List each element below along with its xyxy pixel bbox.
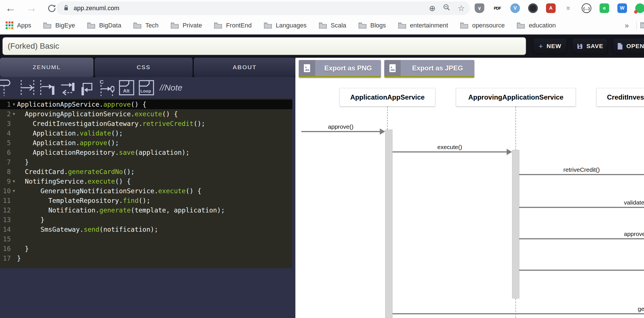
bookmark-folder[interactable]: BigData [87, 22, 121, 29]
line-number: 9 [0, 177, 11, 186]
pdf-extension-icon[interactable]: PDF [492, 3, 502, 13]
bookmark-label: BigEye [55, 22, 75, 29]
code-line[interactable]: 13 } [0, 215, 292, 225]
bookmark-folder[interactable]: Tech [133, 22, 158, 29]
bookmark-folder[interactable]: BigEye [43, 22, 75, 29]
sync-message-snippet-icon[interactable] [40, 79, 55, 97]
zoom-out-icon[interactable] [443, 4, 450, 13]
code-line[interactable]: 7 } [0, 157, 292, 167]
code-editor[interactable]: 1▾ApplicationAppService.approve() {2▾ Ap… [0, 98, 292, 268]
bookmark-folder[interactable]: education [517, 22, 556, 29]
code-text: GeneratingNotificationService.execute() … [17, 186, 292, 196]
address-bar[interactable]: app.zenuml.com ⊕ ☆ [56, 1, 470, 15]
code-line[interactable]: 3 CreditInvestigationGatewary.retriveCre… [0, 119, 292, 128]
tab-css[interactable]: CSS [95, 58, 193, 77]
line-number: 4 [0, 128, 11, 138]
code-line[interactable]: 1▾ApplicationAppService.approve() { [0, 100, 292, 109]
vimium-extension-icon[interactable]: V [510, 3, 520, 13]
self-message-snippet-icon[interactable] [79, 79, 95, 97]
word-w-extension-icon[interactable]: W [617, 3, 627, 13]
code-text: TemplateRepository.find(); [17, 196, 292, 205]
red-book-extension-icon[interactable]: A [546, 3, 556, 13]
bookmark-label: FrontEnd [226, 22, 252, 29]
code-line[interactable]: 5 Application.approve(); [0, 138, 292, 148]
bookmark-folder[interactable]: entertainment [398, 22, 448, 29]
fold-spacer [11, 234, 17, 244]
bookmark-folder[interactable]: opensource [460, 22, 505, 29]
open-button[interactable]: OPEN [613, 38, 644, 54]
code-line[interactable]: 14 SmsGateway.send(notification); [0, 225, 292, 234]
floppy-icon [577, 43, 583, 50]
line-number: 5 [0, 138, 11, 148]
alt-fragment-snippet-icon[interactable]: Alt [119, 79, 134, 97]
new-button[interactable]: + NEW [533, 38, 567, 54]
sync-return-snippet-icon[interactable] [59, 79, 75, 97]
bookmark-folder[interactable]: Scala [319, 22, 346, 29]
fold-arrow-icon[interactable]: ▾ [11, 100, 17, 109]
note-snippet-button[interactable]: //Note [160, 83, 182, 93]
bookmark-apps[interactable]: Apps [6, 22, 31, 29]
bookmark-folder[interactable]: Languages [264, 22, 307, 29]
bookmarks-overflow-icon[interactable]: » [625, 16, 629, 35]
code-text: Application.validate(); [17, 128, 292, 138]
async-message-snippet-icon[interactable] [20, 79, 35, 97]
camera-lens-extension-icon[interactable] [528, 3, 538, 13]
line-number: 14 [0, 225, 11, 234]
fold-arrow-icon[interactable]: ▾ [11, 177, 17, 186]
code-line[interactable]: 6 ApplicationRepository.save(application… [0, 148, 292, 157]
line-number: 7 [0, 157, 11, 167]
green-dot-extension-icon[interactable] [635, 3, 644, 13]
code-line[interactable]: 17} [0, 253, 292, 263]
code-line[interactable]: 16 } [0, 244, 292, 253]
code-line[interactable]: 4 Application.validate(); [0, 128, 292, 138]
lifeline [515, 106, 516, 150]
folder-icon [170, 22, 179, 29]
bookmark-label: BigData [99, 22, 121, 29]
zoom-in-icon[interactable]: ⊕ [429, 4, 435, 13]
line-number: 10 [0, 186, 11, 196]
back-icon[interactable]: ← [4, 1, 17, 15]
bookmark-folders: BigEye BigData Tech [43, 22, 556, 29]
braces-extension-icon[interactable]: {…} [582, 3, 591, 13]
create-message-snippet-icon[interactable]: C [99, 79, 114, 97]
code-line[interactable]: 9▾ NotifingService.execute() { [0, 177, 292, 186]
diagram-title-input[interactable] [2, 37, 526, 55]
code-lines: 1▾ApplicationAppService.approve() {2▾ Ap… [0, 100, 292, 263]
folder-icon[interactable] [640, 22, 644, 30]
bookmark-star-icon[interactable]: ☆ [458, 4, 465, 13]
tab-about[interactable]: ABOUT [194, 58, 295, 77]
bookmark-label: opensource [472, 22, 505, 29]
loop-fragment-snippet-icon[interactable]: Loop [139, 79, 154, 97]
fold-spacer [11, 157, 17, 167]
participant-snippet-icon[interactable] [0, 79, 15, 97]
code-line[interactable]: 2▾ ApprovingApplicationService.execute()… [0, 109, 292, 119]
folder-icon [517, 22, 525, 29]
bookmark-label: Scala [331, 22, 346, 29]
code-line[interactable]: 11 TemplateRepository.find(); [0, 196, 292, 205]
code-line[interactable]: 15 [0, 234, 292, 244]
bookmark-folder[interactable]: Private [170, 22, 202, 29]
double-chevron-extension-icon[interactable]: » [564, 3, 573, 13]
code-text: Notification.generate(template, applicat… [17, 205, 292, 215]
tab-zenuml[interactable]: ZENUML [0, 58, 93, 77]
code-line[interactable]: 8 CreditCard.generateCardNo(); [0, 167, 292, 177]
plus-icon: + [539, 42, 543, 51]
message-label: approve() [301, 123, 380, 131]
code-text: CreditInvestigationGatewary.retriveCredi… [17, 119, 292, 128]
pocket-extension-icon[interactable]: ∨ [475, 3, 484, 13]
participant-box: ApplicationAppService [340, 88, 435, 106]
code-line[interactable]: 12 Notification.generate(template, appli… [0, 205, 292, 215]
message-label: generateCardNo() [638, 306, 644, 313]
bookmark-folder[interactable]: Blogs [358, 22, 386, 29]
export-jpeg-button[interactable]: Export as JPEG [384, 60, 474, 78]
bookmark-folder[interactable]: FrontEnd [214, 22, 252, 29]
export-png-button[interactable]: Export as PNG [299, 60, 381, 78]
code-line[interactable]: 10▾ GeneratingNotificationService.execut… [0, 186, 292, 196]
fold-arrow-icon[interactable]: ▾ [11, 109, 17, 119]
fold-arrow-icon[interactable]: ▾ [11, 186, 17, 196]
save-button[interactable]: SAVE [572, 38, 608, 54]
forward-icon[interactable]: → [25, 1, 38, 15]
evernote-extension-icon[interactable]: e [600, 3, 609, 13]
bookmark-label: entertainment [410, 22, 448, 29]
message-line [393, 313, 644, 314]
